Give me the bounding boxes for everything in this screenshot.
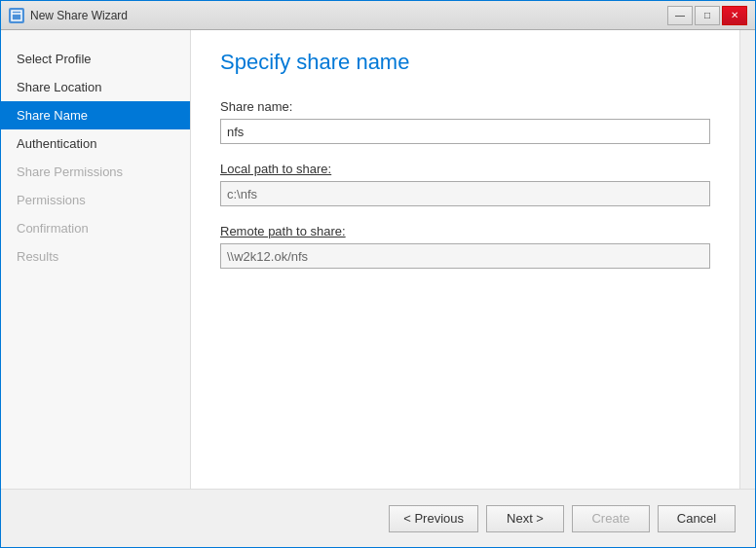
footer: < Previous Next > Create Cancel xyxy=(1,489,755,547)
sidebar-item-confirmation: Confirmation xyxy=(1,214,190,242)
wizard-window: New Share Wizard — □ ✕ Select Profile Sh… xyxy=(0,0,756,548)
app-icon xyxy=(9,8,24,23)
scrollbar[interactable] xyxy=(739,30,755,489)
share-name-label: Share name: xyxy=(220,99,710,114)
sidebar-item-share-permissions: Share Permissions xyxy=(1,158,190,186)
share-name-group: Share name: xyxy=(220,99,710,144)
content-area: Select Profile Share Location Share Name… xyxy=(1,30,755,489)
cancel-button[interactable]: Cancel xyxy=(658,505,736,532)
main-content: Specify share name Share name: Local pat… xyxy=(191,30,739,489)
svg-rect-0 xyxy=(12,11,21,20)
local-path-input xyxy=(220,181,710,206)
remote-path-label: Remote path to share: xyxy=(220,224,710,238)
local-path-label: Local path to share: xyxy=(220,162,710,176)
share-name-input[interactable] xyxy=(220,119,710,144)
create-button: Create xyxy=(572,505,650,532)
previous-button[interactable]: < Previous xyxy=(389,505,478,532)
title-bar-left: New Share Wizard xyxy=(9,8,128,23)
remote-path-input xyxy=(220,243,710,269)
local-path-group: Local path to share: xyxy=(220,162,710,206)
sidebar-item-select-profile[interactable]: Select Profile xyxy=(1,45,190,73)
sidebar-item-share-location[interactable]: Share Location xyxy=(1,73,190,101)
sidebar: Select Profile Share Location Share Name… xyxy=(1,30,191,489)
sidebar-item-authentication[interactable]: Authentication xyxy=(1,129,190,158)
maximize-button[interactable]: □ xyxy=(695,6,720,25)
page-title: Specify share name xyxy=(220,50,710,75)
sidebar-item-permissions: Permissions xyxy=(1,186,190,214)
title-bar-controls: — □ ✕ xyxy=(667,6,747,25)
title-bar: New Share Wizard — □ ✕ xyxy=(1,1,755,30)
close-button[interactable]: ✕ xyxy=(722,6,747,25)
sidebar-item-share-name[interactable]: Share Name xyxy=(1,101,190,129)
sidebar-item-results: Results xyxy=(1,242,190,271)
window-title: New Share Wizard xyxy=(30,9,128,22)
remote-path-group: Remote path to share: xyxy=(220,224,710,269)
next-button[interactable]: Next > xyxy=(486,505,564,532)
minimize-button[interactable]: — xyxy=(667,6,693,25)
